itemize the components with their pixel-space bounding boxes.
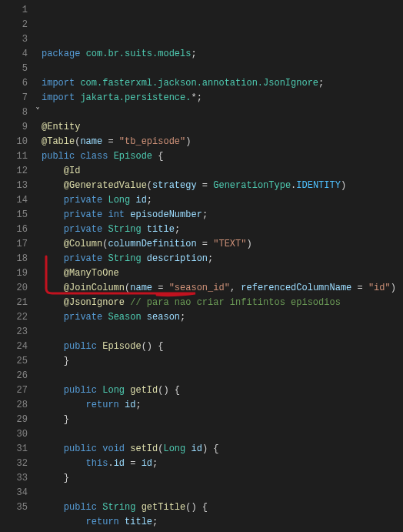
line-number: 28 — [6, 398, 28, 413]
line-number: 3 — [6, 32, 28, 47]
code-line[interactable]: return id; — [42, 398, 403, 413]
token-type: Long — [163, 443, 185, 454]
code-line[interactable]: @JoinColumn(name = "season_id", referenc… — [42, 281, 403, 296]
line-number: 10 — [6, 135, 28, 149]
token-white — [108, 151, 113, 162]
token-kw: public — [64, 385, 97, 396]
token-kw: this — [86, 458, 108, 469]
code-line[interactable]: public void setId(Long id) { — [42, 442, 403, 457]
code-line[interactable] — [42, 427, 403, 442]
code-area[interactable]: package com.br.suits.models;import com.f… — [42, 0, 403, 532]
code-line[interactable]: public Episode() { — [42, 340, 403, 354]
token-punc: . — [108, 458, 113, 469]
token-type: Long — [102, 385, 125, 396]
line-number: 35 — [6, 500, 28, 515]
token-kw: import — [42, 92, 75, 103]
code-line[interactable]: private String title; — [42, 223, 403, 237]
line-number: 13 — [6, 179, 28, 193]
token-white — [197, 180, 202, 191]
token-anno: @Column — [64, 239, 102, 249]
line-number: 19 — [6, 266, 28, 281]
token-kw: return — [86, 400, 119, 410]
code-line[interactable]: import com.fasterxml.jackson.annotation.… — [42, 76, 403, 91]
token-fn: setId — [130, 443, 158, 454]
code-line[interactable]: public class Episode { — [42, 149, 403, 164]
token-white — [80, 49, 85, 59]
token-white — [142, 312, 147, 323]
code-editor[interactable]: ˅ 12345678910111213141516171819202122232… — [0, 0, 403, 532]
token-kw: public — [64, 443, 97, 454]
line-number: 2 — [6, 18, 28, 32]
token-punc: ) — [391, 283, 396, 293]
code-line[interactable]: import jakarta.persistence.*; — [42, 91, 403, 105]
code-line[interactable]: @Column(columnDefinition = "TEXT") — [42, 237, 403, 252]
line-number: 6 — [6, 76, 28, 91]
token-punc: ) — [185, 136, 191, 147]
code-line[interactable]: @Id — [42, 164, 403, 179]
code-line[interactable]: } — [42, 354, 403, 369]
code-line[interactable]: this.id = id; — [42, 457, 403, 471]
code-line[interactable]: public String getTitle() { — [42, 500, 403, 515]
token-kw: public — [64, 341, 97, 352]
code-line[interactable] — [42, 105, 403, 120]
token-white — [42, 458, 86, 469]
token-white — [42, 356, 64, 366]
line-number: 17 — [6, 237, 28, 252]
code-line[interactable]: public Long getId() { — [42, 383, 403, 398]
token-var: id — [125, 400, 135, 410]
token-type: Episode — [114, 151, 152, 162]
code-line[interactable]: } — [42, 471, 403, 486]
line-number: 18 — [6, 252, 28, 266]
code-line[interactable]: @Entity — [42, 120, 403, 135]
line-number: 27 — [6, 383, 28, 398]
token-white — [42, 253, 64, 264]
code-line[interactable]: } — [42, 413, 403, 427]
token-var: id — [135, 195, 146, 206]
code-line[interactable] — [42, 62, 403, 76]
code-line[interactable]: private Season season; — [42, 310, 403, 325]
token-pkg: com.fasterxml.jackson.annotation.JsonIgn… — [80, 78, 318, 89]
code-line[interactable]: @Table(name = "tb_episode") — [42, 135, 403, 149]
line-number: 24 — [6, 340, 28, 354]
token-kw: void — [102, 443, 125, 454]
code-line[interactable]: package com.br.suits.models; — [42, 47, 403, 62]
token-punc: ) — [341, 180, 346, 191]
token-pkg: jakarta.persistence. — [80, 92, 191, 103]
code-line[interactable] — [42, 369, 403, 383]
code-line[interactable] — [42, 486, 403, 500]
token-kw: private — [64, 209, 102, 220]
token-white — [42, 312, 64, 323]
token-punc: () { — [158, 385, 180, 396]
code-line[interactable]: @ManyToOne — [42, 266, 403, 281]
token-white — [42, 341, 64, 352]
code-line[interactable]: @GeneratedValue(strategy = GenerationTyp… — [42, 179, 403, 193]
token-punc: , — [230, 283, 235, 293]
token-str: "tb_episode" — [119, 136, 185, 147]
token-var: name — [80, 136, 102, 147]
token-var: title — [147, 224, 175, 235]
code-line[interactable]: @JsonIgnore // para nao criar infitintos… — [42, 296, 403, 310]
token-anno: @JoinColumn — [64, 283, 125, 293]
token-white — [42, 297, 64, 308]
token-kw: class — [80, 151, 108, 162]
token-white — [163, 283, 168, 293]
token-punc: } — [64, 356, 69, 366]
fold-chevron-icon[interactable]: ˅ — [35, 105, 40, 120]
token-type: Season — [108, 312, 141, 323]
code-line[interactable] — [42, 325, 403, 340]
code-line[interactable]: private int episodeNumber; — [42, 208, 403, 223]
token-punc: ; — [202, 209, 208, 220]
line-number: 23 — [6, 325, 28, 340]
code-line[interactable]: return title; — [42, 515, 403, 530]
token-white — [42, 209, 64, 220]
token-white — [135, 502, 141, 513]
code-line[interactable]: private Long id; — [42, 193, 403, 208]
line-number: 1 — [6, 3, 28, 18]
code-line[interactable]: private String description; — [42, 252, 403, 266]
token-punc: ( — [147, 180, 152, 191]
token-white — [42, 443, 64, 454]
token-kw: import — [42, 78, 75, 89]
token-kw: package — [42, 49, 80, 59]
token-white — [119, 517, 125, 527]
line-number: 30 — [6, 427, 28, 442]
